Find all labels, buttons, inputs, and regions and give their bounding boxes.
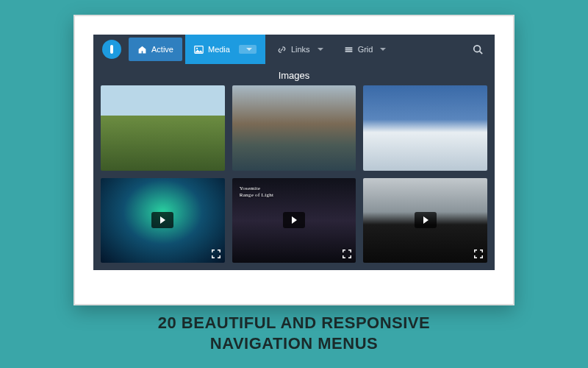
- navbar: Active Media Links Grid: [93, 35, 495, 64]
- nav-item-links[interactable]: Links: [268, 35, 332, 64]
- nav-label: Active: [151, 45, 173, 54]
- headline-line1: 20 BEAUTIFUL AND RESPONSIVE: [0, 313, 588, 333]
- svg-rect-5: [345, 51, 352, 52]
- nav-item-media[interactable]: Media: [185, 35, 265, 64]
- gallery-item[interactable]: [101, 178, 225, 263]
- svg-rect-8: [212, 250, 213, 252]
- svg-rect-16: [343, 250, 344, 252]
- play-icon[interactable]: [283, 212, 305, 228]
- chevron-down-icon: [318, 48, 323, 51]
- expand-icon[interactable]: [341, 248, 353, 260]
- thumbnail-image: [101, 85, 225, 171]
- play-icon[interactable]: [415, 212, 437, 228]
- svg-rect-24: [474, 250, 476, 252]
- svg-rect-18: [351, 250, 352, 252]
- logo-icon[interactable]: [102, 40, 121, 59]
- svg-point-2: [196, 47, 198, 49]
- svg-rect-14: [219, 255, 220, 258]
- link-icon: [277, 45, 287, 54]
- chevron-down-icon: [380, 48, 386, 51]
- nav-label: Links: [291, 45, 310, 54]
- nav-label: Grid: [358, 45, 373, 54]
- svg-rect-10: [219, 250, 220, 252]
- svg-rect-4: [345, 49, 352, 50]
- gallery-grid: Yosemite Range of Light: [93, 85, 495, 270]
- search-button[interactable]: [465, 35, 490, 64]
- grid-icon: [344, 45, 354, 54]
- svg-rect-22: [351, 255, 352, 258]
- search-icon: [473, 44, 483, 54]
- nav-item-grid[interactable]: Grid: [335, 35, 395, 64]
- screenshot-frame: Active Media Links Grid Imag: [74, 15, 514, 305]
- svg-rect-26: [482, 250, 484, 252]
- gallery-item[interactable]: [363, 85, 487, 171]
- thumbnail-caption: Yosemite Range of Light: [240, 185, 274, 199]
- image-icon: [194, 45, 204, 54]
- play-icon[interactable]: [151, 212, 173, 228]
- svg-rect-12: [212, 255, 213, 258]
- svg-rect-3: [345, 47, 352, 49]
- gallery-item[interactable]: Yosemite Range of Light: [232, 178, 356, 263]
- svg-point-6: [474, 46, 481, 52]
- headline-line2: NAVIGATION MENUS: [0, 333, 588, 354]
- expand-icon[interactable]: [473, 248, 484, 260]
- thumbnail-image: [232, 85, 356, 171]
- gallery-item[interactable]: [232, 85, 356, 171]
- page-headline: 20 BEAUTIFUL AND RESPONSIVE NAVIGATION M…: [0, 313, 588, 353]
- home-icon: [137, 45, 147, 54]
- gallery-item[interactable]: [101, 85, 225, 171]
- nav-item-active[interactable]: Active: [129, 38, 182, 61]
- chevron-down-icon[interactable]: [239, 45, 257, 54]
- expand-icon[interactable]: [210, 248, 222, 260]
- section-title: Images: [93, 64, 495, 85]
- svg-rect-0: [110, 45, 113, 54]
- gallery-item[interactable]: [363, 178, 487, 263]
- nav-label: Media: [208, 45, 230, 54]
- app-panel: Active Media Links Grid Imag: [93, 35, 495, 270]
- svg-rect-28: [474, 255, 476, 258]
- svg-rect-30: [482, 255, 484, 258]
- thumbnail-image: [363, 85, 487, 171]
- svg-rect-20: [343, 255, 344, 258]
